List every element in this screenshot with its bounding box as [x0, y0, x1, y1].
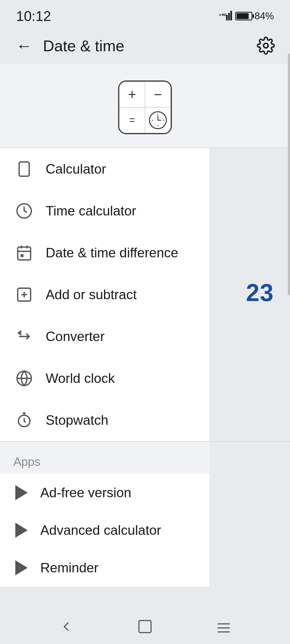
top-bar: ← Date & time [0, 30, 290, 64]
back-nav-button[interactable] [53, 616, 80, 637]
menu-nav-button[interactable] [210, 616, 237, 637]
time-calculator-label: Time calculator [46, 203, 136, 219]
status-bar: 10:12 ⁺⁴ᴳ 84% [0, 0, 290, 30]
world-clock-label: World clock [46, 371, 115, 386]
date-time-diff-label: Date & time difference [46, 245, 178, 261]
menu-item-stopwatch[interactable]: Stopwatch [0, 399, 209, 441]
menu-list: Calculator Time calculator Date & time d… [0, 148, 209, 441]
ad-free-label: Ad-free version [40, 485, 131, 500]
app-icon: + − = [118, 80, 172, 134]
add-box-icon [13, 284, 35, 305]
svg-rect-29 [139, 621, 151, 633]
app-item-reminder[interactable]: Reminder [0, 549, 209, 587]
svg-rect-3 [230, 11, 232, 20]
svg-point-4 [264, 43, 268, 48]
calculator-label: Calculator [46, 161, 106, 177]
signal-icon: ⁺⁴ᴳ [219, 10, 233, 23]
device-icon [13, 158, 35, 180]
menu-item-add-subtract[interactable]: Add or subtract [0, 274, 209, 316]
add-subtract-label: Add or subtract [46, 287, 137, 302]
calendar-icon [13, 242, 35, 264]
battery-icon [235, 12, 252, 20]
menu-item-date-time-diff[interactable]: Date & time difference [0, 232, 209, 274]
equals-cell: = [119, 107, 145, 133]
number-overlay: 23 [246, 279, 274, 307]
stopwatch-icon [13, 409, 35, 431]
clock-icon [13, 200, 35, 222]
menu-item-converter[interactable]: Converter [0, 316, 209, 357]
apps-list: Ad-free version Advanced calculator Remi… [0, 474, 209, 587]
advanced-calc-label: Advanced calculator [40, 522, 161, 538]
minus-cell: − [145, 82, 171, 107]
menu-item-world-clock[interactable]: World clock [0, 357, 209, 399]
app-icon-area: + − = [0, 64, 290, 148]
settings-button[interactable] [255, 35, 277, 56]
apps-section: Apps [0, 442, 209, 474]
plus-cell: + [119, 82, 145, 107]
app-item-advanced-calc[interactable]: Advanced calculator [0, 511, 209, 549]
svg-text:⁺⁴ᴳ: ⁺⁴ᴳ [219, 13, 226, 19]
svg-rect-1 [226, 15, 228, 20]
battery-container: 84% [235, 10, 274, 22]
stopwatch-label: Stopwatch [46, 412, 108, 428]
play-icon-ad-free [13, 485, 30, 501]
play-icon-reminder [13, 560, 30, 576]
back-arrow-icon: ← [16, 36, 32, 55]
svg-rect-14 [18, 247, 31, 260]
svg-rect-12 [19, 162, 29, 176]
menu-item-calculator[interactable]: Calculator [0, 148, 209, 190]
app-item-ad-free[interactable]: Ad-free version [0, 474, 209, 511]
page-title: Date & time [43, 37, 255, 55]
svg-rect-18 [21, 254, 24, 257]
clock-cell [145, 107, 171, 133]
convert-icon [13, 326, 35, 347]
back-button[interactable]: ← [13, 35, 35, 56]
menu-item-time-calculator[interactable]: Time calculator [0, 190, 209, 232]
svg-rect-2 [228, 13, 230, 20]
bottom-nav [0, 609, 290, 644]
globe-icon [13, 368, 35, 389]
play-icon-advanced [13, 522, 30, 538]
status-time: 10:12 [16, 8, 51, 24]
converter-label: Converter [46, 329, 105, 344]
scroll-indicator[interactable] [288, 54, 290, 295]
status-icons: ⁺⁴ᴳ 84% [219, 10, 274, 23]
reminder-label: Reminder [40, 560, 99, 576]
battery-pct: 84% [255, 10, 274, 22]
apps-header: Apps [0, 442, 209, 474]
home-nav-button[interactable] [132, 616, 158, 637]
